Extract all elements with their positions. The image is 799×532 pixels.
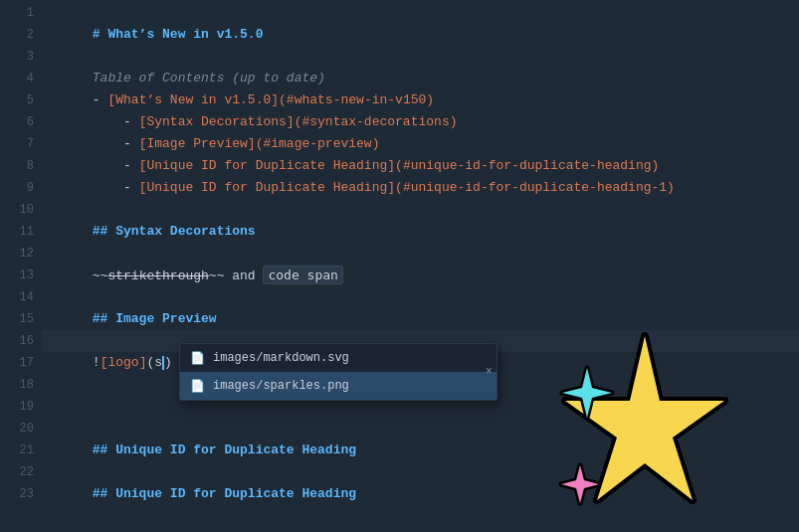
file-icon-1: 📄 [190,379,205,394]
code-line-20: ## Unique ID for Duplicate Heading [42,418,799,440]
code-line-5: - [Syntax Decorations](#syntax-decoratio… [42,89,799,111]
code-line-2 [42,24,799,46]
line-num-5: 5 [8,89,34,111]
autocomplete-dropdown[interactable]: 📄 images/markdown.svg 📄 images/sparkles.… [179,343,498,401]
code-line-6: - [Image Preview](#image-preview) [42,111,799,133]
line-num-4: 4 [8,68,34,89]
line-num-14: 14 [8,286,34,308]
code-line-15 [42,308,799,330]
editor-container: 1 2 3 4 5 6 7 8 9 10 11 12 13 14 15 16 1… [0,0,799,532]
code-line-23 [42,483,799,505]
line-num-7: 7 [8,133,34,155]
autocomplete-close-button[interactable]: × [486,366,493,378]
editor-content[interactable]: # What’s New in v1.5.0 Table of Contents… [42,0,799,532]
code-line-8: - [Unique ID for Duplicate Heading](#uni… [42,155,799,177]
line-num-17: 17 [8,352,34,374]
autocomplete-item-0[interactable]: 📄 images/markdown.svg [180,344,497,372]
line-num-15: 15 [8,308,34,330]
line-num-21: 21 [8,440,34,461]
line-num-6: 6 [8,111,34,133]
line-num-19: 19 [8,396,34,418]
line-numbers: 1 2 3 4 5 6 7 8 9 10 11 12 13 14 15 16 1… [0,0,42,532]
code-line-9 [42,177,799,199]
line-num-23: 23 [8,483,34,505]
line-num-2: 2 [8,24,34,46]
line-num-8: 8 [8,155,34,177]
line-num-12: 12 [8,243,34,265]
code-line-22: ## Unique ID for Duplicate Heading [42,461,799,483]
line-num-22: 22 [8,461,34,483]
file-icon-0: 📄 [190,351,205,366]
line-num-10: 10 [8,199,34,221]
code-line-14: ## Image Preview [42,286,799,308]
autocomplete-item-name-0: images/markdown.svg [213,351,349,365]
code-line-7: - [Unique ID for Duplicate Heading](#uni… [42,133,799,155]
code-line-21 [42,440,799,461]
line-num-1: 1 [8,2,34,24]
line-num-13: 13 [8,265,34,286]
autocomplete-item-1[interactable]: 📄 images/sparkles.png × [180,372,497,400]
code-line-11 [42,221,799,243]
code-line-13 [42,265,799,286]
autocomplete-item-name-1: images/sparkles.png [213,379,349,393]
code-line-1: # What’s New in v1.5.0 [42,2,799,24]
code-line-10: ## Syntax Decorations [42,199,799,221]
code-line-3: Table of Contents (up to date) [42,46,799,68]
line-num-18: 18 [8,374,34,396]
line-num-11: 11 [8,221,34,243]
code-line-12: ~~strikethrough~~ and code span [42,243,799,265]
line-num-3: 3 [8,46,34,68]
line-num-9: 9 [8,177,34,199]
line-num-16: 16 [8,330,34,352]
line-num-20: 20 [8,418,34,440]
code-line-4: - [What’s New in v1.5.0](#whats-new-in-v… [42,68,799,89]
